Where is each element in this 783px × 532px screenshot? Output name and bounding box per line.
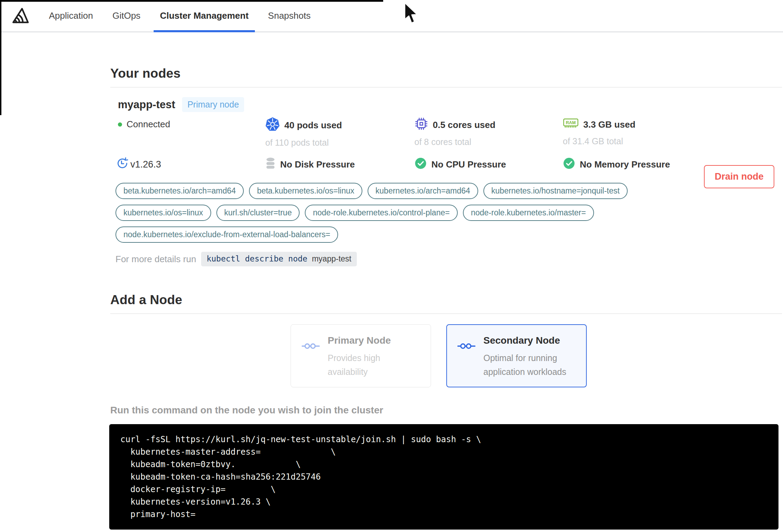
code-line: kubeadm-token-ca-hash=sha256:221d25746	[120, 471, 768, 483]
secondary-node-description: Optimal for running application workload…	[483, 351, 568, 379]
disk-icon	[265, 157, 276, 172]
node-version: v1.26.3	[110, 157, 265, 172]
disk-pressure-label: No Disk Pressure	[280, 159, 355, 170]
check-circle-icon	[563, 157, 575, 172]
cluster-management-page: Your nodes myapp-test Primary node Conne…	[0, 66, 783, 532]
tab-gitops[interactable]: GitOps	[106, 0, 147, 32]
primary-node-option[interactable]: Primary Node Provides high availability	[291, 324, 431, 387]
connected-dot-icon	[118, 122, 122, 127]
pods-total-label: of 110 pods total	[265, 138, 414, 148]
cpu-pressure-label: No CPU Pressure	[431, 159, 506, 170]
code-line: docker-registry-ip= \	[120, 483, 768, 496]
memory-pressure-label: No Memory Pressure	[580, 159, 670, 170]
join-command-code-block: curl -fsSL https://kurl.sh/jq-new-test-u…	[109, 424, 778, 530]
svg-text:RAM: RAM	[566, 120, 576, 125]
cores-total-label: of 8 cores total	[414, 137, 563, 147]
node-labels: beta.kubernetes.io/arch=amd64 beta.kuber…	[115, 183, 691, 243]
top-nav: Application GitOps Cluster Management Sn…	[0, 0, 783, 32]
node-status-label: Connected	[127, 119, 170, 130]
secondary-node-option[interactable]: Secondary Node Optimal for running appli…	[446, 324, 587, 387]
your-nodes-heading: Your nodes	[110, 66, 783, 81]
screenshot-edge-top	[0, 0, 383, 2]
node-status: Connected	[110, 119, 265, 130]
drain-node-button[interactable]: Drain node	[704, 165, 774, 188]
node-join-icon	[301, 341, 320, 379]
describe-node-command-chip: kubectl describe node myapp-test	[201, 252, 357, 266]
cpu-pressure-condition: No CPU Pressure	[414, 157, 563, 172]
primary-node-badge: Primary node	[182, 97, 244, 112]
code-line: kubernetes-master-address= \	[120, 446, 768, 458]
pods-used-label: 40 pods used	[284, 120, 342, 131]
code-line: kubernetes-version=v1.26.3 \	[120, 496, 768, 508]
cores-stat: 0.5 cores used of 8 cores total	[414, 117, 563, 147]
divider	[110, 314, 782, 314]
cores-used-label: 0.5 cores used	[433, 120, 496, 130]
code-line: curl -fsSL https://kurl.sh/jq-new-test-u…	[120, 433, 768, 446]
node-card-myapp-test: myapp-test Primary node Connected	[110, 87, 782, 266]
node-label-pill: kubernetes.io/hostname=jonquil-test	[483, 183, 628, 199]
kubectl-node-name: myapp-test	[312, 254, 351, 264]
memory-stat: RAM 3.3 GB used of 31.4 GB total	[563, 117, 782, 146]
node-label-pill: beta.kubernetes.io/arch=amd64	[115, 183, 244, 199]
node-label-pill: kurl.sh/cluster=true	[216, 205, 300, 221]
ram-icon: RAM	[563, 117, 579, 132]
node-join-icon	[457, 341, 476, 379]
screenshot-edge-left	[0, 0, 1, 115]
primary-node-title: Primary Node	[328, 335, 413, 346]
cpu-icon	[414, 117, 428, 133]
node-label-pill: node-role.kubernetes.io/master=	[463, 205, 594, 221]
ram-used-label: 3.3 GB used	[583, 119, 635, 130]
add-node-heading: Add a Node	[110, 293, 783, 307]
check-circle-icon	[414, 157, 427, 172]
kubernetes-icon	[265, 117, 280, 134]
tab-snapshots[interactable]: Snapshots	[262, 0, 317, 32]
node-version-label: v1.26.3	[130, 159, 161, 170]
version-history-icon	[116, 157, 129, 172]
pods-stat: 40 pods used of 110 pods total	[265, 117, 414, 148]
ram-total-label: of 31.4 GB total	[563, 136, 782, 146]
join-command-instruction: Run this command on the node you wish to…	[110, 405, 783, 416]
node-details-hint: For more details run kubectl describe no…	[115, 252, 782, 266]
node-name: myapp-test	[118, 98, 175, 111]
node-label-pill: node-role.kubernetes.io/control-plane=	[305, 205, 457, 221]
secondary-node-title: Secondary Node	[483, 335, 568, 346]
node-type-options: Primary Node Provides high availability …	[291, 324, 783, 387]
code-line: kubeadm-token=0ztbvy. \	[120, 458, 768, 471]
node-label-pill: kubernetes.io/os=linux	[115, 205, 211, 221]
details-prefix-label: For more details run	[115, 254, 196, 265]
tab-cluster-management[interactable]: Cluster Management	[154, 0, 255, 32]
node-label-pill: beta.kubernetes.io/os=linux	[249, 183, 362, 199]
tab-application[interactable]: Application	[43, 0, 99, 32]
code-line: primary-host=	[120, 508, 768, 521]
node-label-pill: node.kubernetes.io/exclude-from-external…	[115, 226, 338, 243]
kubectl-command-text: kubectl describe node	[207, 254, 308, 263]
node-label-pill: kubernetes.io/arch=amd64	[368, 183, 478, 199]
primary-node-description: Provides high availability	[328, 351, 413, 379]
replicated-logo-icon	[9, 0, 31, 32]
disk-pressure-condition: No Disk Pressure	[265, 157, 414, 172]
